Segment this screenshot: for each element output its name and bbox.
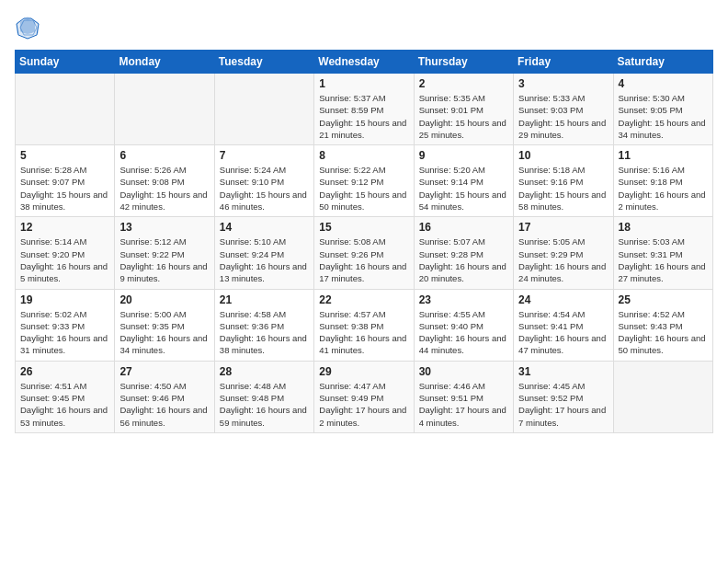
calendar-day-31: 31Sunrise: 4:45 AM Sunset: 9:52 PM Dayli… <box>514 361 613 432</box>
weekday-header-wednesday: Wednesday <box>314 51 414 74</box>
day-info: Sunrise: 4:48 AM Sunset: 9:48 PM Dayligh… <box>220 380 309 429</box>
calendar-day-21: 21Sunrise: 4:58 AM Sunset: 9:36 PM Dayli… <box>214 289 313 361</box>
day-number: 8 <box>319 149 408 162</box>
calendar-empty-cell <box>115 74 214 145</box>
calendar-day-10: 10Sunrise: 5:18 AM Sunset: 9:16 PM Dayli… <box>514 145 613 217</box>
day-number: 3 <box>518 77 608 90</box>
calendar-table: SundayMondayTuesdayWednesdayThursdayFrid… <box>15 50 713 433</box>
calendar-empty-cell <box>214 74 313 145</box>
weekday-header-thursday: Thursday <box>414 51 513 74</box>
day-number: 13 <box>119 221 209 234</box>
day-info: Sunrise: 4:51 AM Sunset: 9:45 PM Dayligh… <box>20 380 109 429</box>
day-number: 14 <box>220 221 309 234</box>
calendar-day-29: 29Sunrise: 4:47 AM Sunset: 9:49 PM Dayli… <box>314 361 414 432</box>
calendar-day-25: 25Sunrise: 4:52 AM Sunset: 9:43 PM Dayli… <box>613 289 712 361</box>
day-number: 28 <box>220 365 309 378</box>
weekday-header-saturday: Saturday <box>613 51 712 74</box>
day-info: Sunrise: 5:30 AM Sunset: 9:05 PM Dayligh… <box>619 92 708 141</box>
day-number: 10 <box>518 149 608 162</box>
day-number: 7 <box>220 149 309 162</box>
day-info: Sunrise: 4:57 AM Sunset: 9:38 PM Dayligh… <box>319 308 408 357</box>
calendar-empty-cell <box>16 74 115 145</box>
logo-icon <box>15 15 40 40</box>
day-info: Sunrise: 4:58 AM Sunset: 9:36 PM Dayligh… <box>220 308 309 357</box>
calendar-day-17: 17Sunrise: 5:05 AM Sunset: 9:29 PM Dayli… <box>514 217 613 289</box>
day-number: 23 <box>419 293 508 306</box>
day-info: Sunrise: 5:26 AM Sunset: 9:08 PM Dayligh… <box>119 164 209 213</box>
day-info: Sunrise: 4:55 AM Sunset: 9:40 PM Dayligh… <box>419 308 508 357</box>
calendar-day-2: 2Sunrise: 5:35 AM Sunset: 9:01 PM Daylig… <box>414 74 513 145</box>
day-number: 29 <box>319 365 408 378</box>
calendar-day-9: 9Sunrise: 5:20 AM Sunset: 9:14 PM Daylig… <box>414 145 513 217</box>
day-info: Sunrise: 4:45 AM Sunset: 9:52 PM Dayligh… <box>518 380 608 429</box>
day-info: Sunrise: 4:54 AM Sunset: 9:41 PM Dayligh… <box>518 308 608 357</box>
day-number: 9 <box>419 149 508 162</box>
day-info: Sunrise: 5:22 AM Sunset: 9:12 PM Dayligh… <box>319 164 408 213</box>
weekday-header-friday: Friday <box>514 51 613 74</box>
day-number: 12 <box>20 221 109 234</box>
calendar-day-4: 4Sunrise: 5:30 AM Sunset: 9:05 PM Daylig… <box>613 74 712 145</box>
calendar-day-8: 8Sunrise: 5:22 AM Sunset: 9:12 PM Daylig… <box>314 145 414 217</box>
calendar-week-row: 5Sunrise: 5:28 AM Sunset: 9:07 PM Daylig… <box>16 145 713 217</box>
header <box>15 15 713 40</box>
day-number: 4 <box>619 77 708 90</box>
day-number: 15 <box>319 221 408 234</box>
day-info: Sunrise: 5:16 AM Sunset: 9:18 PM Dayligh… <box>619 164 708 213</box>
logo <box>15 15 44 40</box>
calendar-day-13: 13Sunrise: 5:12 AM Sunset: 9:22 PM Dayli… <box>115 217 214 289</box>
day-info: Sunrise: 5:37 AM Sunset: 8:59 PM Dayligh… <box>319 92 408 141</box>
calendar-week-row: 26Sunrise: 4:51 AM Sunset: 9:45 PM Dayli… <box>16 361 713 432</box>
day-number: 5 <box>20 149 109 162</box>
calendar-day-11: 11Sunrise: 5:16 AM Sunset: 9:18 PM Dayli… <box>613 145 712 217</box>
day-number: 26 <box>20 365 109 378</box>
day-info: Sunrise: 5:35 AM Sunset: 9:01 PM Dayligh… <box>419 92 508 141</box>
calendar-day-15: 15Sunrise: 5:08 AM Sunset: 9:26 PM Dayli… <box>314 217 414 289</box>
calendar-day-23: 23Sunrise: 4:55 AM Sunset: 9:40 PM Dayli… <box>414 289 513 361</box>
day-info: Sunrise: 5:10 AM Sunset: 9:24 PM Dayligh… <box>220 236 309 284</box>
day-number: 30 <box>419 365 508 378</box>
page: SundayMondayTuesdayWednesdayThursdayFrid… <box>0 0 728 563</box>
calendar-day-6: 6Sunrise: 5:26 AM Sunset: 9:08 PM Daylig… <box>115 145 214 217</box>
day-number: 1 <box>319 77 408 90</box>
day-info: Sunrise: 5:00 AM Sunset: 9:35 PM Dayligh… <box>119 308 209 357</box>
calendar-week-row: 12Sunrise: 5:14 AM Sunset: 9:20 PM Dayli… <box>16 217 713 289</box>
day-info: Sunrise: 4:47 AM Sunset: 9:49 PM Dayligh… <box>319 380 408 429</box>
day-info: Sunrise: 5:33 AM Sunset: 9:03 PM Dayligh… <box>518 92 608 141</box>
day-number: 19 <box>20 293 109 306</box>
day-info: Sunrise: 4:50 AM Sunset: 9:46 PM Dayligh… <box>119 380 209 429</box>
weekday-header-monday: Monday <box>115 51 214 74</box>
day-info: Sunrise: 5:24 AM Sunset: 9:10 PM Dayligh… <box>220 164 309 213</box>
calendar-day-14: 14Sunrise: 5:10 AM Sunset: 9:24 PM Dayli… <box>214 217 313 289</box>
calendar-week-row: 1Sunrise: 5:37 AM Sunset: 8:59 PM Daylig… <box>16 74 713 145</box>
day-info: Sunrise: 4:46 AM Sunset: 9:51 PM Dayligh… <box>419 380 508 429</box>
day-number: 16 <box>419 221 508 234</box>
calendar-day-20: 20Sunrise: 5:00 AM Sunset: 9:35 PM Dayli… <box>115 289 214 361</box>
calendar-day-1: 1Sunrise: 5:37 AM Sunset: 8:59 PM Daylig… <box>314 74 414 145</box>
weekday-header-sunday: Sunday <box>16 51 115 74</box>
day-number: 21 <box>220 293 309 306</box>
day-info: Sunrise: 5:07 AM Sunset: 9:28 PM Dayligh… <box>419 236 508 284</box>
day-number: 2 <box>419 77 508 90</box>
calendar-day-18: 18Sunrise: 5:03 AM Sunset: 9:31 PM Dayli… <box>613 217 712 289</box>
day-number: 11 <box>619 149 708 162</box>
day-info: Sunrise: 5:12 AM Sunset: 9:22 PM Dayligh… <box>119 236 209 284</box>
day-number: 6 <box>119 149 209 162</box>
calendar-day-27: 27Sunrise: 4:50 AM Sunset: 9:46 PM Dayli… <box>115 361 214 432</box>
day-number: 31 <box>518 365 608 378</box>
day-number: 27 <box>119 365 209 378</box>
day-info: Sunrise: 5:18 AM Sunset: 9:16 PM Dayligh… <box>518 164 608 213</box>
calendar-day-22: 22Sunrise: 4:57 AM Sunset: 9:38 PM Dayli… <box>314 289 414 361</box>
calendar-week-row: 19Sunrise: 5:02 AM Sunset: 9:33 PM Dayli… <box>16 289 713 361</box>
day-info: Sunrise: 5:14 AM Sunset: 9:20 PM Dayligh… <box>20 236 109 284</box>
calendar-day-7: 7Sunrise: 5:24 AM Sunset: 9:10 PM Daylig… <box>214 145 313 217</box>
day-number: 17 <box>518 221 608 234</box>
calendar-day-3: 3Sunrise: 5:33 AM Sunset: 9:03 PM Daylig… <box>514 74 613 145</box>
calendar-day-16: 16Sunrise: 5:07 AM Sunset: 9:28 PM Dayli… <box>414 217 513 289</box>
calendar-day-28: 28Sunrise: 4:48 AM Sunset: 9:48 PM Dayli… <box>214 361 313 432</box>
day-number: 25 <box>619 293 708 306</box>
weekday-header-row: SundayMondayTuesdayWednesdayThursdayFrid… <box>16 51 713 74</box>
calendar-day-30: 30Sunrise: 4:46 AM Sunset: 9:51 PM Dayli… <box>414 361 513 432</box>
day-info: Sunrise: 5:05 AM Sunset: 9:29 PM Dayligh… <box>518 236 608 284</box>
day-info: Sunrise: 5:28 AM Sunset: 9:07 PM Dayligh… <box>20 164 109 213</box>
calendar-day-26: 26Sunrise: 4:51 AM Sunset: 9:45 PM Dayli… <box>16 361 115 432</box>
